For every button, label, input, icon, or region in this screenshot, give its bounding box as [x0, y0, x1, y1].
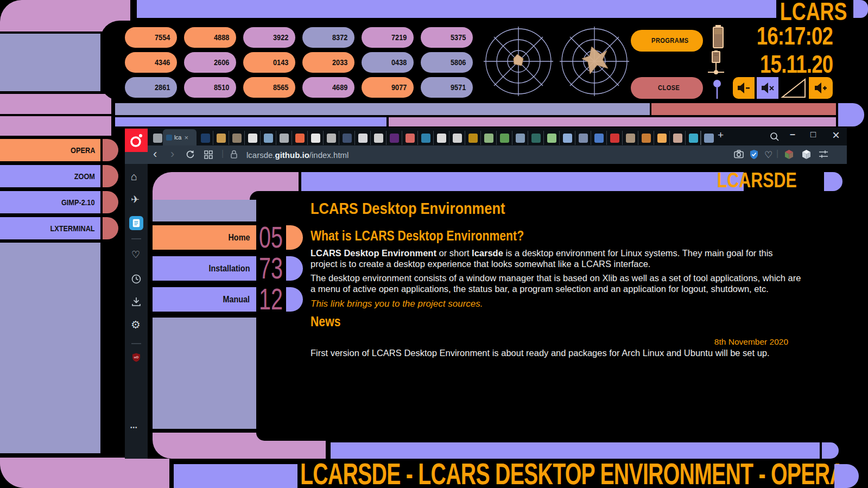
volume-down-button[interactable] — [733, 77, 755, 99]
nav-link-installation[interactable]: Installation — [153, 256, 256, 281]
tab-search-icon[interactable] — [770, 132, 780, 142]
close-button[interactable]: CLOSE — [631, 77, 703, 99]
news-date: 8th November 2020 — [311, 337, 788, 347]
browser-tab[interactable] — [685, 131, 701, 145]
status-pill-button[interactable]: 0143 — [243, 52, 295, 73]
back-button[interactable]: ‹ — [153, 147, 157, 161]
programs-button[interactable]: PROGRAMS — [631, 30, 703, 52]
browser-tab[interactable] — [386, 131, 402, 145]
tab-favicon — [201, 134, 210, 143]
browser-tab[interactable] — [292, 131, 307, 145]
app-item-zoom[interactable]: ZOOM — [0, 165, 100, 187]
reload-icon[interactable] — [186, 150, 195, 159]
browser-tab[interactable] — [417, 131, 433, 145]
extensions-divider: | — [776, 149, 778, 159]
status-pill-button[interactable]: 5375 — [421, 27, 473, 48]
status-pill-button[interactable]: 8510 — [184, 77, 236, 98]
browser-tab[interactable] — [213, 131, 229, 145]
home-icon[interactable]: ⌂ — [131, 170, 137, 183]
browser-tab[interactable] — [402, 131, 417, 145]
sidebar-cube-icon[interactable] — [801, 149, 812, 160]
browser-tab[interactable] — [433, 131, 449, 145]
window-close-button[interactable]: × — [832, 128, 840, 143]
browser-tab[interactable] — [449, 131, 465, 145]
extension-cube-icon[interactable] — [784, 149, 794, 160]
status-pill-button[interactable]: 2861 — [125, 77, 177, 98]
history-clock-icon[interactable] — [131, 274, 141, 284]
nav-link-home[interactable]: Home — [153, 225, 256, 250]
volume-ramp-icon[interactable] — [781, 77, 807, 99]
tab-close-icon[interactable]: × — [184, 134, 188, 142]
browser-tab[interactable] — [591, 131, 606, 145]
browser-tab[interactable] — [307, 131, 323, 145]
speed-dial-icon[interactable] — [204, 150, 213, 159]
status-pill-button[interactable]: 4888 — [184, 27, 236, 48]
settings-gear-icon[interactable]: ⚙ — [131, 318, 141, 331]
vpn-airplane-icon[interactable]: ✈ — [131, 193, 140, 206]
status-pill-button[interactable]: 9077 — [362, 77, 414, 98]
project-sources-link[interactable]: This link brings you to the project sour… — [311, 299, 483, 309]
browser-tab[interactable] — [528, 131, 543, 145]
tune-settings-icon[interactable] — [819, 150, 828, 159]
snapshot-camera-icon[interactable] — [734, 150, 744, 159]
status-pill-button[interactable]: 7554 — [125, 27, 177, 48]
browser-tab[interactable] — [465, 131, 480, 145]
browser-tab[interactable] — [354, 131, 370, 145]
browser-tab[interactable] — [370, 131, 386, 145]
status-pill-button[interactable]: 4689 — [302, 77, 354, 98]
browser-tab[interactable] — [276, 131, 292, 145]
browser-tab[interactable] — [622, 131, 638, 145]
desktop: OPERAZOOMGIMP-2.10LXTERMINAL LCARS 75544… — [0, 0, 868, 488]
downloads-icon[interactable] — [131, 297, 141, 307]
page-elbow-top-notch — [250, 191, 299, 200]
browser-tab[interactable] — [512, 131, 528, 145]
status-pill-button[interactable]: 4346 — [125, 52, 177, 73]
nav-link-manual[interactable]: Manual — [153, 287, 256, 312]
browser-tab[interactable] — [638, 131, 654, 145]
status-pill-button[interactable]: 9571 — [421, 77, 473, 98]
status-pill-button[interactable]: 3922 — [243, 27, 295, 48]
browser-tab[interactable] — [229, 131, 244, 145]
status-pill-button[interactable]: 2033 — [302, 52, 354, 73]
volume-up-button[interactable] — [809, 77, 833, 99]
browser-tab[interactable] — [198, 131, 213, 145]
url-field[interactable]: lcarsde.github.io/index.html — [246, 150, 349, 160]
browser-tab[interactable] — [244, 131, 260, 145]
status-pill-button[interactable]: 2606 — [184, 52, 236, 73]
more-options-icon[interactable]: ••• — [130, 424, 138, 430]
status-pill-button[interactable]: 8565 — [243, 77, 295, 98]
browser-tab[interactable] — [543, 131, 559, 145]
intro-paragraph: LCARS Desktop Environment or short lcars… — [311, 248, 802, 269]
bookmark-heart-icon[interactable]: ♡ — [764, 149, 772, 161]
overflow-tab[interactable] — [700, 131, 716, 145]
browser-tab[interactable] — [669, 131, 685, 145]
bookmarks-heart-icon[interactable]: ♡ — [131, 249, 140, 261]
status-pill-button[interactable]: 5806 — [421, 52, 473, 73]
browser-tab[interactable] — [606, 131, 622, 145]
shield-badge-icon[interactable] — [749, 149, 759, 160]
browser-tab[interactable] — [323, 131, 339, 145]
app-item-opera[interactable]: OPERA — [0, 139, 100, 161]
browser-tab[interactable] — [496, 131, 512, 145]
new-tab-button[interactable]: + — [718, 129, 724, 141]
status-pill-button[interactable]: 7219 — [362, 27, 414, 48]
forward-button[interactable]: › — [170, 147, 174, 161]
window-minimize-button[interactable]: – — [790, 129, 795, 140]
browser-tab[interactable] — [339, 131, 354, 145]
browser-tab[interactable] — [480, 131, 496, 145]
status-pill-button[interactable]: 0438 — [362, 52, 414, 73]
browser-tab[interactable] — [559, 131, 575, 145]
browser-tab[interactable] — [260, 131, 276, 145]
nav-number: 12 — [259, 284, 287, 314]
active-tab[interactable]: lca × — [163, 129, 197, 145]
browser-tab[interactable] — [654, 131, 669, 145]
app-item-lxterminal[interactable]: LXTERMINAL — [0, 217, 100, 239]
window-maximize-button[interactable]: □ — [810, 129, 816, 140]
mute-button[interactable] — [757, 77, 778, 99]
ublock-extension-icon[interactable]: uO — [132, 353, 141, 362]
app-item-gimp-2.10[interactable]: GIMP-2.10 — [0, 191, 100, 213]
opera-menu-button[interactable] — [125, 129, 148, 152]
status-pill-button[interactable]: 8372 — [302, 27, 354, 48]
active-page-doc-icon[interactable] — [129, 216, 143, 230]
browser-tab[interactable] — [575, 131, 591, 145]
